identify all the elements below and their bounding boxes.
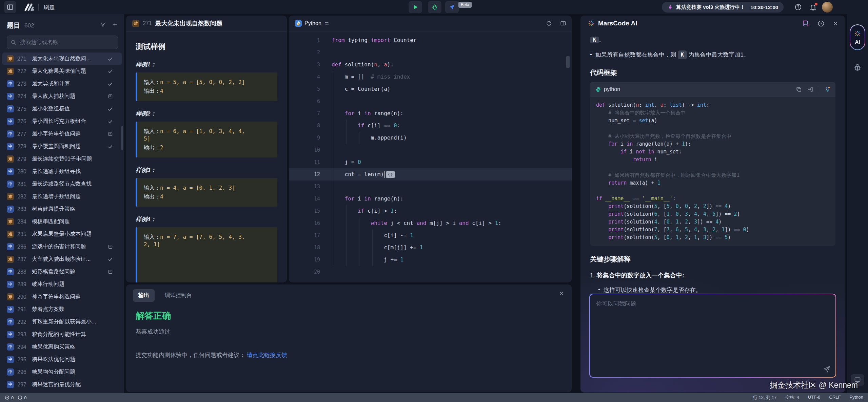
problem-number: 271 [143, 20, 152, 26]
status-segment[interactable]: UTF-8 [808, 395, 821, 401]
editor-code-area[interactable]: 1from typing import Counter23def solutio… [289, 31, 572, 278]
reset-code-icon[interactable] [546, 20, 552, 26]
line-content: j = 0 [332, 156, 361, 168]
output-tab-active[interactable]: 输出 [133, 289, 155, 302]
problem-list-item[interactable]: 中296糖果均匀分配问题 [2, 366, 122, 378]
problem-list-item[interactable]: 中289破冰行动问题 [2, 278, 122, 291]
problem-list-item[interactable]: 中281最长递减路径节点数查找 [2, 178, 122, 190]
problem-list-item[interactable]: 难271最大化未出现自然数问... [2, 52, 122, 65]
explain-code-icon[interactable] [825, 86, 831, 92]
problem-list-item[interactable]: 中275最小化数组极值 [2, 103, 122, 115]
help-button[interactable] [792, 1, 804, 13]
sidebar-scrollbar[interactable] [121, 126, 123, 150]
problem-list-item[interactable]: 中295糖果吃法优化问题 [2, 353, 122, 366]
problem-list-item[interactable]: 难290神奇字符串构造问题 [2, 291, 122, 303]
debug-tool-button[interactable] [853, 63, 862, 72]
code-line: 8 if c[i] == 0: [289, 120, 572, 132]
editor-tab-label[interactable]: Python [304, 20, 321, 26]
insert-code-icon[interactable] [807, 86, 813, 92]
status-segment[interactable]: CRLF [829, 395, 841, 401]
notifications-button[interactable] [807, 1, 819, 13]
errors-indicator[interactable]: 0 [5, 395, 14, 400]
problem-list-item[interactable]: 中292算珠重新分配以获得最小... [2, 316, 122, 328]
ai-code-line: num_set = set(a) [596, 117, 829, 125]
problem-body: 测试样例 样例1：输入：n = 5, a = [5, 0, 0, 2, 2]输出… [126, 31, 287, 282]
right-toolbar: AI [847, 14, 868, 393]
status-segment[interactable]: Python [850, 395, 863, 401]
problem-list-item[interactable]: 难282最长递增子数组问题 [2, 190, 122, 203]
indent-guide [333, 181, 333, 193]
problem-number: 278 [17, 144, 28, 150]
status-segment[interactable]: 空格: 4 [785, 395, 799, 401]
difficulty-badge: 中 [7, 343, 14, 351]
problem-list-item[interactable]: 难279最长连续交替01子串问题 [2, 153, 122, 165]
problem-list-item[interactable]: 中278最小覆盖圆面积问题 [2, 140, 122, 153]
problem-list-item[interactable]: 中288矩形棋盘路径问题 [2, 266, 122, 278]
search-icon [11, 39, 17, 45]
new-chat-icon[interactable] [802, 20, 809, 27]
user-avatar[interactable] [822, 2, 833, 13]
problem-list-item[interactable]: 中277最小字符串价值问题 [2, 128, 122, 140]
problem-list-item[interactable]: 难284模板串匹配问题 [2, 215, 122, 228]
status-segment[interactable]: 行 12, 列 17 [753, 395, 776, 401]
ai-chat-input[interactable] [595, 299, 820, 372]
sidebar-toggle-button[interactable] [4, 1, 16, 13]
difficulty-badge: 中 [7, 306, 14, 313]
add-problem-button[interactable] [111, 21, 119, 28]
search-input[interactable] [19, 39, 114, 46]
app-logo[interactable] [23, 1, 35, 13]
output-tab-inactive[interactable]: 调试控制台 [159, 289, 197, 302]
problem-list-item[interactable]: 中283树苗健康提升策略 [2, 203, 122, 215]
problem-list-item[interactable]: 中276最小周长巧克力板组合 [2, 115, 122, 128]
history-icon[interactable] [817, 20, 825, 27]
switch-language-icon[interactable] [324, 21, 330, 26]
contest-banner[interactable]: 算法竞技赛 vol3 火热进行中！ 10:30-12:00 [662, 2, 784, 13]
problem-title: 最大化糖果美味值问题 [32, 68, 103, 75]
line-content: for i in range(n): [332, 107, 403, 120]
result-subtitle: 恭喜成功通过 [136, 328, 562, 336]
ai-code-line: for i in range(len(a) + 1): [596, 140, 829, 148]
problem-list-item[interactable]: 难285水果店果篮最小成本问题 [2, 228, 122, 240]
problem-count: 602 [24, 22, 34, 29]
search-box[interactable] [7, 36, 118, 49]
filter-button[interactable] [99, 21, 106, 28]
problem-list-item[interactable]: 中293粮食分配的可能性计算 [2, 328, 122, 341]
sample-label: 样例2： [136, 110, 277, 118]
solved-check-icon [106, 119, 114, 124]
feedback-link[interactable]: 请点此链接反馈 [247, 352, 287, 358]
problem-list-item[interactable]: 中297糖果迷宫的最优分配 [2, 378, 122, 391]
close-output-icon[interactable] [559, 291, 564, 296]
problem-title: 最大化未出现自然数问题 [155, 19, 222, 27]
copy-code-icon[interactable] [796, 86, 802, 92]
problem-list-item[interactable]: 中286游戏中的伤害计算问题 [2, 240, 122, 253]
problem-list-item[interactable]: 难287火车驶入驶出顺序验证... [2, 253, 122, 266]
problem-list-item[interactable]: 中291禁着点方案数 [2, 303, 122, 316]
run-button[interactable] [409, 1, 422, 13]
warnings-indicator[interactable]: 0 [18, 395, 26, 400]
ai-code-line: if i not in num_set: [596, 148, 829, 156]
editor-panel: Python 1from typing import Counter23def … [289, 16, 572, 282]
close-ai-panel-icon[interactable] [833, 21, 838, 26]
step-number: 1. [590, 272, 595, 279]
solved-check-icon [106, 81, 114, 87]
difficulty-badge: 中 [7, 130, 14, 137]
ai-code-line: print(solution(5, [5, 0, 0, 2, 2]) == 4) [596, 203, 829, 210]
problem-list-item[interactable]: 中294糖果优惠购买策略 [2, 341, 122, 353]
line-content: j += 1 [332, 254, 403, 266]
editor-scrollbar[interactable] [566, 56, 570, 68]
problem-list-item[interactable]: 中273最大异或和计算 [2, 78, 122, 90]
problem-title: 游戏中的伤害计算问题 [32, 243, 103, 250]
debug-run-button[interactable] [428, 1, 441, 13]
send-message-icon[interactable] [823, 365, 831, 373]
problem-title: 神奇字符串构造问题 [32, 293, 103, 300]
inline-cursor-widget[interactable]: {} [386, 171, 395, 178]
split-editor-icon[interactable] [560, 20, 566, 26]
problem-list-item[interactable]: 难272最大化糖果美味值问题 [2, 65, 122, 78]
ai-assistant-button[interactable]: AI [850, 24, 865, 50]
solved-check-icon [106, 56, 114, 62]
ai-chat-input-wrap [589, 294, 836, 378]
problem-list-item[interactable]: 中274最大敌人捕获问题 [2, 90, 122, 103]
problem-list-item[interactable]: 中280最长递减子数组寻找 [2, 165, 122, 178]
submit-button[interactable] [445, 1, 459, 13]
line-number: 8 [289, 120, 320, 132]
